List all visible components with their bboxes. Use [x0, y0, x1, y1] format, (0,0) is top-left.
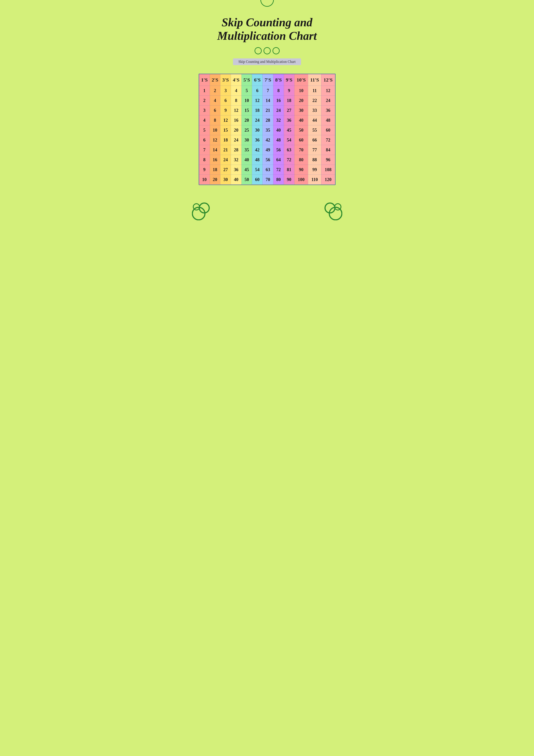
cell-r5-c10: 50 — [294, 125, 308, 135]
cell-r9-c4: 36 — [231, 165, 241, 175]
cell-r3-c6: 18 — [252, 105, 263, 115]
cell-r9-c8: 72 — [273, 165, 284, 175]
cell-r6-c1: 6 — [199, 135, 210, 145]
header-col-8: 8'S — [273, 74, 284, 86]
cell-r7-c10: 70 — [294, 145, 308, 155]
cell-r8-c11: 88 — [308, 155, 321, 165]
deco-circle-1 — [255, 47, 262, 54]
cell-r10-c11: 110 — [308, 175, 321, 184]
table-row: 918273645546372819099108 — [199, 165, 335, 175]
cell-r4-c7: 28 — [263, 115, 273, 125]
cell-r8-c12: 96 — [321, 155, 335, 165]
deco-circle-2 — [264, 47, 271, 54]
chart-container: 1'S 2'S 3'S 4'S 5'S 6'S 7'S 8'S 9'S 10'S… — [199, 74, 336, 185]
cell-r10-c7: 70 — [263, 175, 273, 184]
cell-r2-c6: 12 — [252, 95, 263, 105]
header-col-12: 12'S — [321, 74, 335, 86]
cell-r10-c3: 30 — [220, 175, 231, 184]
cell-r5-c1: 5 — [199, 125, 210, 135]
cell-r6-c6: 36 — [252, 135, 263, 145]
deco-bottom-left — [192, 200, 212, 221]
cell-r4-c12: 48 — [321, 115, 335, 125]
page: Skip Counting and Multiplication Chart S… — [188, 0, 347, 226]
cell-r9-c12: 108 — [321, 165, 335, 175]
table-row: 51015202530354045505560 — [199, 125, 335, 135]
cell-r6-c11: 66 — [308, 135, 321, 145]
subtitle-box: Skip Counting and Multiplication Chart — [233, 58, 301, 65]
cell-r1-c3: 3 — [220, 86, 231, 95]
cell-r1-c11: 11 — [308, 86, 321, 95]
cell-r3-c2: 6 — [210, 105, 220, 115]
cell-r2-c1: 2 — [199, 95, 210, 105]
table-row: 81624324048566472808896 — [199, 155, 335, 165]
cell-r9-c2: 18 — [210, 165, 220, 175]
cell-r4-c11: 44 — [308, 115, 321, 125]
table-header-row: 1'S 2'S 3'S 4'S 5'S 6'S 7'S 8'S 9'S 10'S… — [199, 74, 335, 86]
cell-r9-c10: 90 — [294, 165, 308, 175]
cell-r8-c7: 56 — [263, 155, 273, 165]
cell-r1-c6: 6 — [252, 86, 263, 95]
cell-r1-c1: 1 — [199, 86, 210, 95]
cell-r3-c9: 27 — [284, 105, 294, 115]
cell-r10-c12: 120 — [321, 175, 335, 184]
cell-r5-c5: 25 — [242, 125, 252, 135]
header-col-2: 2'S — [210, 74, 220, 86]
cell-r10-c1: 10 — [199, 175, 210, 184]
cell-r4-c6: 24 — [252, 115, 263, 125]
cell-r5-c11: 55 — [308, 125, 321, 135]
cell-r1-c9: 9 — [284, 86, 294, 95]
cell-r10-c5: 50 — [242, 175, 252, 184]
cell-r7-c4: 28 — [231, 145, 241, 155]
cell-r7-c5: 35 — [242, 145, 252, 155]
table-row: 61218243036424854606672 — [199, 135, 335, 145]
cell-r6-c4: 24 — [231, 135, 241, 145]
header-col-6: 6'S — [252, 74, 263, 86]
header-col-10: 10'S — [294, 74, 308, 86]
cell-r7-c1: 7 — [199, 145, 210, 155]
cell-r2-c3: 6 — [220, 95, 231, 105]
deco-bottom-right — [322, 200, 342, 221]
cell-r6-c5: 30 — [242, 135, 252, 145]
cell-r3-c12: 36 — [321, 105, 335, 115]
cell-r5-c12: 60 — [321, 125, 335, 135]
cell-r2-c10: 20 — [294, 95, 308, 105]
cell-r7-c7: 49 — [263, 145, 273, 155]
header-col-5: 5'S — [242, 74, 252, 86]
cell-r1-c8: 8 — [273, 86, 284, 95]
cell-r5-c9: 45 — [284, 125, 294, 135]
cell-r6-c8: 48 — [273, 135, 284, 145]
table-row: 369121518212427303336 — [199, 105, 335, 115]
cell-r7-c12: 84 — [321, 145, 335, 155]
table-body: 1234567891011122468101214161820222436912… — [199, 86, 335, 184]
cell-r6-c7: 42 — [263, 135, 273, 145]
header-col-11: 11'S — [308, 74, 321, 86]
cell-r6-c2: 12 — [210, 135, 220, 145]
cell-r7-c3: 21 — [220, 145, 231, 155]
cell-r9-c1: 9 — [199, 165, 210, 175]
header-col-1: 1'S — [199, 74, 210, 86]
cell-r9-c7: 63 — [263, 165, 273, 175]
cell-r10-c2: 20 — [210, 175, 220, 184]
cell-r9-c5: 45 — [242, 165, 252, 175]
cell-r3-c5: 15 — [242, 105, 252, 115]
cell-r10-c8: 80 — [273, 175, 284, 184]
header-col-3: 3'S — [220, 74, 231, 86]
cell-r1-c12: 12 — [321, 86, 335, 95]
cell-r5-c8: 40 — [273, 125, 284, 135]
cell-r8-c10: 80 — [294, 155, 308, 165]
cell-r7-c6: 42 — [252, 145, 263, 155]
cell-r7-c2: 14 — [210, 145, 220, 155]
cell-r9-c9: 81 — [284, 165, 294, 175]
deco-top-circle — [260, 0, 274, 7]
cell-r2-c5: 10 — [242, 95, 252, 105]
cell-r10-c6: 60 — [252, 175, 263, 184]
cell-r4-c3: 12 — [220, 115, 231, 125]
cell-r6-c9: 54 — [284, 135, 294, 145]
cell-r2-c8: 16 — [273, 95, 284, 105]
cell-r2-c9: 18 — [284, 95, 294, 105]
cell-r8-c6: 48 — [252, 155, 263, 165]
cell-r4-c1: 4 — [199, 115, 210, 125]
cell-r3-c10: 30 — [294, 105, 308, 115]
cell-r4-c9: 36 — [284, 115, 294, 125]
table-row: 71421283542495663707784 — [199, 145, 335, 155]
